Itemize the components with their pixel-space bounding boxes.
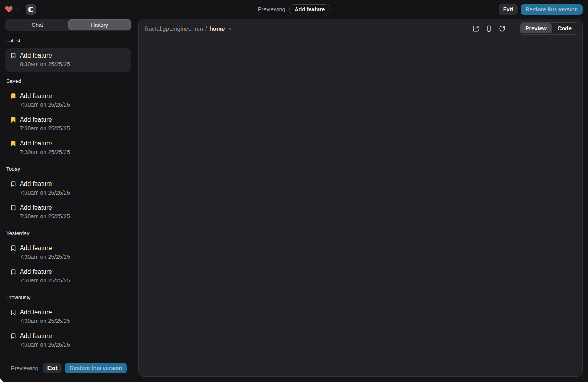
history-item[interactable]: Add feature 7:30am on 25/25/25 [5, 200, 131, 224]
bookmark-icon [10, 53, 16, 59]
url-page: home [209, 25, 225, 32]
history-item[interactable]: Add feature 7:30am on 25/25/25 [5, 305, 131, 329]
history-item-text: Add feature 7:30am on 25/25/25 [20, 267, 70, 285]
history-item[interactable]: Add feature 7:30am on 25/25/25 [5, 89, 131, 112]
chevron-down-icon [15, 7, 20, 12]
history-item-timestamp: 7:30am on 25/25/25 [20, 252, 70, 261]
open-in-new-tab-button[interactable] [472, 25, 479, 32]
sidebar-tabs: Chat History [5, 19, 131, 31]
toggle-sidebar-button[interactable] [26, 4, 36, 15]
history-item-title: Add feature [20, 179, 70, 188]
version-badge[interactable]: Add feature [289, 4, 331, 14]
sidebar: Chat History Latest Add feature 8:30am o… [5, 19, 131, 377]
footer-restore-version-button[interactable]: Restore this version [65, 363, 127, 373]
refresh-icon [499, 25, 506, 32]
tab-chat[interactable]: Chat [6, 19, 68, 30]
preview-actions: Preview Code [472, 22, 578, 35]
history-item-timestamp: 7:30am on 25/25/25 [20, 148, 70, 157]
history-item-title: Add feature [20, 139, 70, 148]
sidebar-footer: Previewing Exit Restore this version [5, 358, 131, 377]
topbar-actions: Exit Restore this version [499, 4, 583, 15]
tab-history[interactable]: History [68, 19, 131, 30]
history-item-timestamp: 7:30am on 25/25/25 [20, 340, 70, 349]
section-label-latest: Latest [6, 38, 131, 44]
history-item-timestamp: 7:30am on 25/25/25 [20, 212, 70, 221]
smartphone-icon [486, 25, 492, 32]
history-item-text: Add feature 7:30am on 25/25/25 [20, 91, 70, 109]
bookmark-icon [10, 309, 16, 315]
url-host: fractal.gptengineer.run [145, 25, 203, 32]
history-item-timestamp: 7:30am on 25/25/25 [20, 188, 70, 197]
history-item-timestamp: 8:30am on 25/25/25 [20, 60, 70, 69]
history-item[interactable]: Add feature 7:30am on 25/25/25 [5, 136, 131, 160]
top-bar: Previewing Add feature Exit Restore this… [0, 0, 588, 19]
section-label-saved: Saved [6, 78, 131, 84]
history-item-text: Add feature 7:30am on 25/25/25 [20, 308, 70, 326]
exit-button[interactable]: Exit [499, 4, 518, 15]
history-item-title: Add feature [20, 267, 70, 276]
preview-panel: fractal.gptengineer.run / home [138, 19, 583, 377]
previewing-label: Previewing [258, 6, 285, 12]
history-item-text: Add feature 7:30am on 25/25/25 [20, 115, 70, 133]
history-item-text: Add feature 7:30am on 25/25/25 [20, 139, 70, 157]
history-item-title: Add feature [20, 91, 70, 100]
history-item[interactable]: Add feature 7:30am on 25/25/25 [5, 177, 131, 200]
history-item-title: Add feature [20, 115, 70, 124]
view-toggle: Preview Code [519, 22, 578, 35]
url-path-dropdown[interactable]: fractal.gptengineer.run / home [145, 25, 233, 32]
app-window: Previewing Add feature Exit Restore this… [0, 0, 588, 382]
external-link-icon [472, 25, 479, 32]
footer-previewing-label: Previewing [11, 365, 38, 371]
history-item-timestamp: 7:30am on 25/25/25 [20, 124, 70, 133]
brand-menu[interactable] [5, 5, 20, 14]
bookmark-icon [10, 245, 16, 251]
chevron-down-icon [228, 26, 233, 31]
history-item-title: Add feature [20, 244, 70, 252]
lovable-heart-logo-icon [5, 5, 13, 14]
bookmark-filled-icon [10, 93, 16, 99]
history-item[interactable]: Add feature 7:30am on 25/25/25 [5, 112, 131, 136]
footer-exit-button[interactable]: Exit [43, 363, 62, 373]
url-separator: / [205, 25, 207, 32]
history-item-timestamp: 7:30am on 25/25/25 [20, 276, 70, 285]
history-item[interactable]: Add feature 7:30am on 25/25/25 [5, 265, 131, 288]
toggle-code[interactable]: Code [552, 23, 577, 33]
history-item-text: Add feature 7:30am on 25/25/25 [20, 203, 70, 221]
history-item-title: Add feature [20, 51, 70, 60]
history-item-text: Add feature 7:30am on 25/25/25 [20, 244, 70, 261]
history-item-text: Add feature 8:30am on 25/25/25 [20, 51, 70, 69]
history-item[interactable]: Add feature 7:30am on 25/25/25 [5, 329, 131, 352]
history-item-timestamp: 7:30am on 25/25/25 [20, 317, 70, 326]
panel-left-icon [28, 7, 34, 12]
previewing-status: Previewing Add feature [258, 4, 331, 14]
history-list: Latest Add feature 8:30am on 25/25/25 Sa… [5, 31, 131, 358]
history-item[interactable]: Add feature 7:30am on 25/25/25 [5, 241, 131, 265]
history-item-text: Add feature 7:30am on 25/25/25 [20, 179, 70, 197]
history-item-title: Add feature [20, 308, 70, 317]
mobile-view-button[interactable] [486, 25, 492, 32]
history-item[interactable]: Add feature 8:30am on 25/25/25 [5, 48, 131, 72]
bookmark-icon [10, 269, 16, 275]
restore-version-button[interactable]: Restore this version [521, 4, 583, 15]
refresh-button[interactable] [499, 25, 506, 32]
history-item-title: Add feature [20, 203, 70, 212]
section-label-today: Today [6, 166, 131, 172]
bookmark-filled-icon [10, 140, 16, 147]
history-item-timestamp: 7:30am on 25/25/25 [20, 100, 70, 109]
section-label-previously: Previously [6, 294, 131, 301]
bookmark-filled-icon [10, 117, 16, 123]
preview-url-bar: fractal.gptengineer.run / home [139, 19, 582, 38]
history-item-title: Add feature [20, 331, 70, 340]
bookmark-icon [10, 181, 16, 187]
bookmark-icon [10, 205, 16, 211]
toggle-preview[interactable]: Preview [520, 23, 552, 33]
section-label-yesterday: Yesterday [6, 230, 131, 237]
history-item-text: Add feature 7:30am on 25/25/25 [20, 331, 70, 349]
bookmark-icon [10, 333, 16, 339]
